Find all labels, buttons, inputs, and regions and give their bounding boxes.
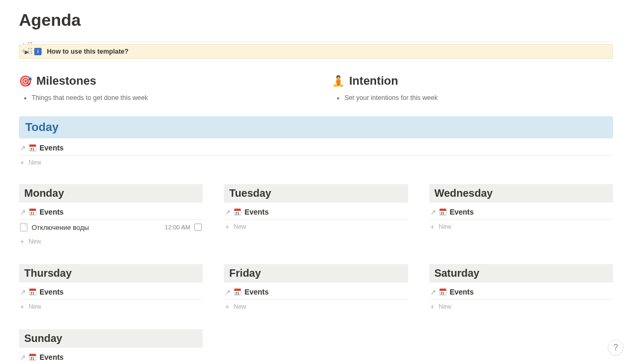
day-title: Wednesday xyxy=(434,187,608,199)
divider xyxy=(19,61,613,62)
milestones-bullet[interactable]: Things that needs to get done this week xyxy=(32,93,300,103)
events-label: Events xyxy=(39,288,64,296)
new-button[interactable]: + New xyxy=(19,235,203,248)
today-header: Today xyxy=(19,116,613,138)
page-icon xyxy=(20,223,27,231)
arrow-ne-icon: ↗ xyxy=(430,288,436,296)
plus-icon: + xyxy=(225,303,229,310)
callout-text: How to use this template? xyxy=(47,48,129,55)
day-title: Friday xyxy=(229,267,402,279)
events-label: Events xyxy=(244,288,269,296)
milestones-section: 🎯 Milestones Things that needs to get do… xyxy=(19,74,300,103)
meditation-icon: 🧘 xyxy=(332,76,345,86)
day-events-link[interactable]: ↗ Events xyxy=(224,203,408,219)
target-icon: 🎯 xyxy=(19,76,32,86)
events-label: Events xyxy=(39,353,64,361)
calendar-icon xyxy=(29,288,36,296)
calendar-icon xyxy=(29,353,36,361)
database-item[interactable]: Отключение воды 12:00 AM xyxy=(19,220,203,235)
new-label: New xyxy=(28,303,41,310)
intention-section: 🧘 Intention Set your intentions for this… xyxy=(332,74,613,103)
new-button[interactable]: + New xyxy=(224,220,408,234)
new-label: New xyxy=(439,303,451,310)
today-events-link[interactable]: ↗ Events xyxy=(19,138,613,155)
day-title: Tuesday xyxy=(229,187,402,199)
arrow-ne-icon: ↗ xyxy=(20,144,26,152)
new-button[interactable]: + New xyxy=(429,300,613,314)
new-button[interactable]: + New xyxy=(19,300,203,314)
day-title: Saturday xyxy=(434,267,608,279)
plus-icon[interactable]: + xyxy=(21,47,26,55)
calendar-icon xyxy=(29,208,36,216)
new-label: New xyxy=(439,223,451,230)
day-block-sunday: Sunday ↗ Events xyxy=(19,329,203,364)
block-handle[interactable]: + xyxy=(21,47,32,55)
plus-icon: + xyxy=(430,223,434,230)
new-label: New xyxy=(234,223,246,230)
calendar-icon xyxy=(234,208,241,216)
calendar-icon xyxy=(439,288,447,296)
calendar-icon xyxy=(29,144,36,151)
milestones-title: Milestones xyxy=(36,74,96,88)
arrow-ne-icon: ↗ xyxy=(20,208,26,216)
day-events-link[interactable]: ↗ Events xyxy=(224,282,408,299)
new-label: New xyxy=(28,238,41,245)
new-button[interactable]: + New xyxy=(429,220,613,234)
help-button[interactable]: ? xyxy=(608,340,624,356)
drag-handle-icon[interactable] xyxy=(28,48,32,54)
plus-icon: + xyxy=(20,303,24,310)
day-block-monday: Monday ↗ Events Отключение воды 12:00 AM… xyxy=(19,184,203,248)
arrow-ne-icon: ↗ xyxy=(225,288,231,296)
how-to-use-callout[interactable]: ▶ i How to use this template? xyxy=(19,44,613,59)
divider xyxy=(19,42,613,42)
intention-title: Intention xyxy=(349,74,398,88)
day-block-friday: Friday ↗ Events + New xyxy=(224,264,408,314)
item-title: Отключение воды xyxy=(32,224,161,231)
arrow-ne-icon: ↗ xyxy=(430,208,436,216)
item-checkbox[interactable] xyxy=(194,224,202,231)
calendar-icon xyxy=(439,208,447,216)
new-button[interactable]: + New xyxy=(224,300,408,314)
intention-bullet[interactable]: Set your intentions for this week xyxy=(344,93,613,103)
day-title: Monday xyxy=(24,187,197,199)
today-new-button[interactable]: + New xyxy=(19,156,613,169)
plus-icon: + xyxy=(430,303,434,310)
day-block-thursday: Thursday ↗ Events + New xyxy=(19,264,203,314)
events-label: Events xyxy=(450,288,474,296)
arrow-ne-icon: ↗ xyxy=(20,288,26,296)
plus-icon: + xyxy=(20,159,24,166)
day-block-tuesday: Tuesday ↗ Events + New xyxy=(224,184,408,248)
new-label: New xyxy=(28,159,41,166)
arrow-ne-icon: ↗ xyxy=(20,353,26,361)
today-title: Today xyxy=(25,120,607,134)
day-title: Sunday xyxy=(24,332,197,345)
day-events-link[interactable]: ↗ Events xyxy=(429,282,613,299)
events-label: Events xyxy=(244,208,269,216)
events-label: Events xyxy=(39,208,64,216)
day-block-wednesday: Wednesday ↗ Events + New xyxy=(429,184,613,248)
plus-icon: + xyxy=(225,223,229,230)
day-events-link[interactable]: ↗ Events xyxy=(429,203,613,219)
day-events-link[interactable]: ↗ Events xyxy=(19,203,203,219)
arrow-ne-icon: ↗ xyxy=(225,208,231,216)
page-title: Agenda xyxy=(19,11,613,30)
new-label: New xyxy=(234,303,246,310)
calendar-icon xyxy=(234,288,241,296)
events-label: Events xyxy=(450,208,474,216)
day-events-link[interactable]: ↗ Events xyxy=(19,282,203,299)
today-events-label: Events xyxy=(39,144,64,152)
day-title: Thursday xyxy=(24,267,197,279)
plus-icon: + xyxy=(20,238,24,245)
day-block-saturday: Saturday ↗ Events + New xyxy=(429,264,613,314)
info-icon: i xyxy=(34,48,42,55)
item-time: 12:00 AM xyxy=(165,224,191,230)
day-events-link[interactable]: ↗ Events xyxy=(19,348,203,364)
